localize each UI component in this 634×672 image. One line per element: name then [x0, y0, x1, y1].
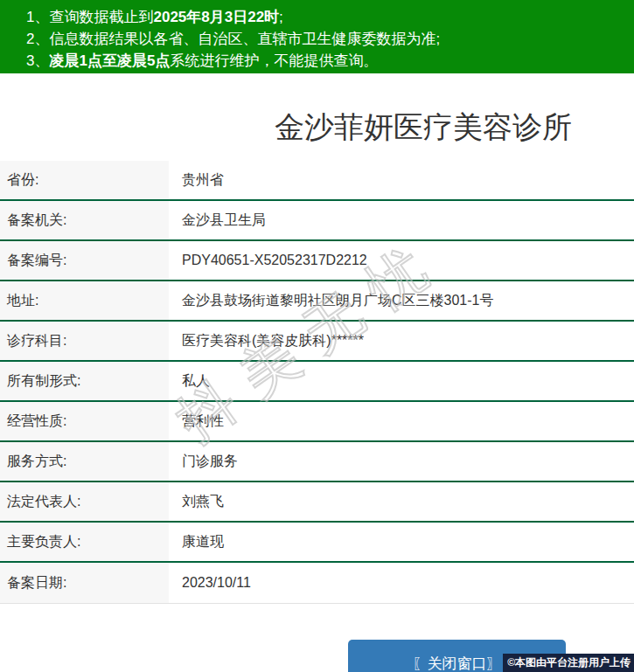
row-label: 法定代表人:: [0, 482, 169, 521]
notice-bar: 1、查询数据截止到2025年8月3日22时; 2、信息数据结果以各省、自治区、直…: [0, 0, 634, 73]
row-label: 服务方式:: [0, 442, 169, 481]
row-value: 门诊服务: [169, 442, 634, 481]
table-row-address: 地址: 金沙县鼓场街道黎明社区朗月广场C区三楼301-1号: [0, 281, 634, 322]
table-row-filing-authority: 备案机关: 金沙县卫生局: [0, 201, 634, 241]
row-label: 备案机关:: [0, 201, 169, 239]
notice-1-text: 1、查询数据截止到: [26, 9, 153, 25]
row-value: 金沙县卫生局: [169, 201, 634, 239]
row-label: 备案日期:: [0, 563, 169, 603]
table-row-service-mode: 服务方式: 门诊服务: [0, 442, 634, 482]
row-value: 康道现: [169, 523, 634, 561]
table-row-treatment-subjects: 诊疗科目: 医疗美容科(美容皮肤科)******: [0, 322, 634, 362]
record-info-table: 省份: 贵州省 备案机关: 金沙县卫生局 备案编号: PDY40651-X520…: [0, 161, 634, 604]
table-row-province: 省份: 贵州省: [0, 161, 634, 201]
row-label: 所有制形式:: [0, 362, 169, 400]
row-label: 省份:: [0, 161, 169, 199]
row-value: 营利性: [169, 402, 634, 440]
row-label: 主要负责人:: [0, 523, 169, 561]
record-detail-page: 1、查询数据截止到2025年8月3日22时; 2、信息数据结果以各省、自治区、直…: [0, 0, 634, 672]
row-value: 2023/10/11: [169, 563, 634, 603]
table-row-ownership: 所有制形式: 私人: [0, 362, 634, 402]
notice-line-3: 3、凌晨1点至凌晨5点系统进行维护，不能提供查询。: [26, 50, 634, 72]
row-label: 诊疗科目:: [0, 322, 169, 360]
row-label: 地址:: [0, 281, 169, 320]
row-label: 经营性质:: [0, 402, 169, 440]
table-row-filing-date: 备案日期: 2023/10/11: [0, 563, 634, 604]
row-value: 私人: [169, 362, 634, 400]
notice-line-1: 1、查询数据截止到2025年8月3日22时;: [26, 6, 634, 28]
notice-1-suffix: ;: [279, 9, 283, 25]
row-label: 备案编号:: [0, 241, 169, 280]
table-row-legal-representative: 法定代表人: 刘燕飞: [0, 482, 634, 523]
notice-line-2: 2、信息数据结果以各省、自治区、直辖市卫生健康委数据为准;: [26, 28, 634, 50]
table-row-operation-nature: 经营性质: 营利性: [0, 402, 634, 442]
row-value: PDY40651-X52052317D2212: [169, 241, 634, 280]
row-value: 刘燕飞: [169, 482, 634, 521]
notice-1-bold: 2025年8月3日22时: [153, 9, 279, 25]
row-value: 贵州省: [169, 161, 634, 199]
notice-3-suffix: 系统进行维护，不能提供查询。: [170, 52, 378, 69]
clinic-name-title: 金沙菲妍医疗美容诊所: [275, 107, 572, 148]
row-value: 医疗美容科(美容皮肤科)******: [169, 322, 634, 360]
notice-2-text: 2、信息数据结果以各省、自治区、直辖市卫生健康委数据为准;: [26, 31, 440, 47]
table-row-filing-number: 备案编号: PDY40651-X52052317D2212: [0, 241, 634, 281]
copyright-badge: ©本图由平台注册用户上传: [503, 654, 634, 672]
notice-3-text: 3、: [26, 52, 49, 69]
notice-3-bold: 凌晨1点至凌晨5点: [49, 52, 170, 69]
table-row-main-person-in-charge: 主要负责人: 康道现: [0, 523, 634, 563]
row-value: 金沙县鼓场街道黎明社区朗月广场C区三楼301-1号: [169, 281, 634, 320]
